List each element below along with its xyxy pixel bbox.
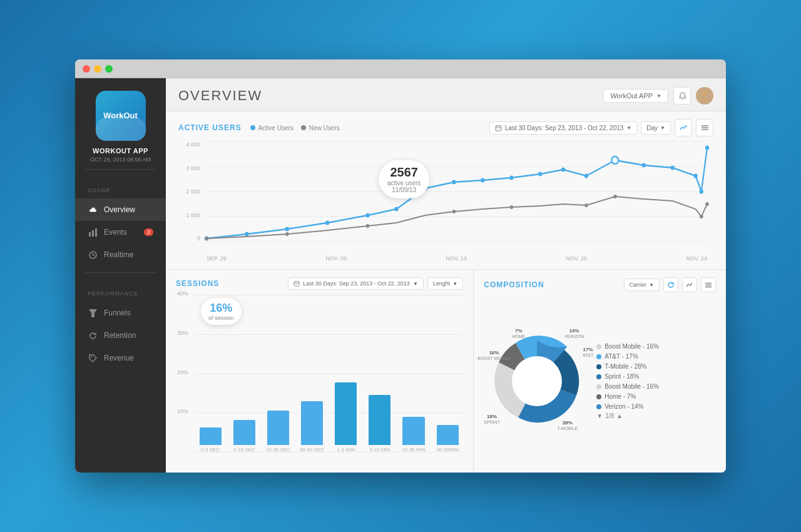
clock-icon <box>88 250 98 260</box>
notification-button[interactable] <box>673 87 691 105</box>
sessions-filter-label: Lenght <box>433 280 451 287</box>
donut-label-att: 17%AT&T <box>583 347 593 358</box>
sprint-dot <box>596 374 601 379</box>
legend-item-boost-mobile: Boost Mobile - 16% <box>596 343 716 350</box>
composition-trend-button[interactable] <box>682 277 697 292</box>
active-users-tooltip: 2567 active users 11/09/13 <box>379 160 429 198</box>
chart-type-button[interactable] <box>675 119 692 136</box>
bar-y-40: 40% <box>177 290 188 297</box>
bar-30-60min: 30-60MIN <box>432 425 463 453</box>
app-window: WorkOut WORKOUT APP OCT 29, 2013 08:56 A… <box>75 59 726 473</box>
app-date: OCT 29, 2013 08:56 AM <box>90 156 151 163</box>
pagination-text: 1/8 <box>605 412 614 419</box>
sidebar-item-overview[interactable]: Overview <box>75 198 166 221</box>
active-users-chart <box>207 141 707 242</box>
tmobile-dot <box>596 364 601 369</box>
close-button[interactable] <box>83 65 90 73</box>
svg-point-37 <box>642 163 646 168</box>
svg-point-8 <box>91 356 92 357</box>
app-logo: WorkOut <box>96 91 146 141</box>
refresh-icon <box>667 281 675 289</box>
sessions-filter[interactable]: Lenght ▼ <box>427 277 463 290</box>
sessions-panel: SESSIONS Last 30 Days: Sep 2 <box>166 270 474 473</box>
legend-active-users: Active Users <box>250 125 293 131</box>
user-avatar[interactable] <box>696 87 713 105</box>
legend-item-tmobile: T-Mobile - 28% <box>596 363 716 370</box>
att-dot <box>596 354 601 359</box>
retention-label: Retention <box>104 331 136 340</box>
sessions-date-range[interactable]: Last 30 Days: Sep 23, 2013 - Oct 22, 201… <box>288 277 424 290</box>
events-badge: 2 <box>144 228 153 236</box>
y-label-0: 0 <box>197 235 200 242</box>
bar-label-0-3sec: 0-3 SEC <box>201 447 220 453</box>
svg-point-46 <box>510 205 514 209</box>
minimize-button[interactable] <box>94 65 101 73</box>
bar-y-10: 10% <box>177 408 188 414</box>
chevron-down-icon-period: ▼ <box>660 125 665 131</box>
legend-new-users: New Users <box>301 125 340 131</box>
bar-value-10-30min <box>402 417 424 445</box>
app-selector[interactable]: WorkOut APP ▼ <box>603 89 668 103</box>
funnel-icon <box>88 308 98 318</box>
donut-area: 28%T-MOBILE 18%SPRINT 16%BOOST MOBILE 7%… <box>484 297 716 465</box>
sidebar-item-funnels[interactable]: Funnels <box>75 302 166 324</box>
menu-button[interactable] <box>696 119 713 136</box>
composition-carrier-filter[interactable]: Carrier ▼ <box>624 279 660 291</box>
svg-point-47 <box>584 203 588 207</box>
bottom-panels: SESSIONS Last 30 Days: Sep 2 <box>166 270 726 473</box>
legend-item-home: Home - 7% <box>596 393 716 400</box>
composition-refresh-button[interactable] <box>663 277 678 292</box>
svg-point-25 <box>285 227 289 232</box>
att-label: AT&T - 17% <box>605 353 638 360</box>
carrier-filter-label: Carrier <box>630 282 647 288</box>
bar-value-1-3min <box>335 382 357 445</box>
sidebar-item-events[interactable]: Events 2 <box>75 221 166 243</box>
bar-10-30min: 10-30 MIN <box>398 417 429 453</box>
tooltip-value: 2567 <box>387 165 421 180</box>
sidebar-item-realtime[interactable]: Realtime <box>75 243 166 266</box>
composition-menu-button[interactable] <box>701 277 716 292</box>
svg-point-50 <box>705 202 709 206</box>
svg-point-39 <box>693 174 697 178</box>
chevron-sessions-filter: ▼ <box>452 281 457 287</box>
legend-item-boost2: Boost Mobile - 16% <box>596 383 716 390</box>
trend-icon <box>680 125 688 131</box>
period-label: Day <box>646 125 658 131</box>
sidebar-item-retention[interactable]: Retention <box>75 324 166 347</box>
svg-point-33 <box>538 172 542 176</box>
bar-3-10min: 3-10 MIN <box>364 395 395 453</box>
sprint-label: Sprint - 18% <box>605 373 639 380</box>
chevron-right-icon[interactable]: ▲ <box>616 412 623 419</box>
tag-icon <box>88 353 98 363</box>
donut-chart: 28%T-MOBILE 18%SPRINT 16%BOOST MOBILE 7%… <box>484 328 590 434</box>
active-users-dot <box>250 125 255 130</box>
svg-point-24 <box>245 232 248 237</box>
svg-point-36 <box>611 156 618 164</box>
verizon-dot <box>596 404 601 409</box>
pagination-row: ▼ 1/8 ▲ <box>596 412 716 419</box>
chevron-left-icon[interactable]: ▼ <box>596 412 603 419</box>
boost-mobile-label: Boost Mobile - 16% <box>605 343 659 350</box>
bar-chart-icon <box>88 227 98 237</box>
svg-point-31 <box>481 178 484 183</box>
bar-1-3min: 1-3 MIN <box>330 382 362 453</box>
app-selector-label: WorkOut APP <box>610 92 653 100</box>
svg-point-10 <box>702 91 707 96</box>
bar-value-10-30sec <box>267 411 289 445</box>
active-users-header: ACTIVE USERS Active Users New Users <box>178 119 713 136</box>
chevron-down-icon: ▼ <box>656 93 661 99</box>
bar-10-30sec: 10-30 SEC <box>262 411 293 453</box>
svg-point-35 <box>584 174 588 178</box>
fullscreen-button[interactable] <box>105 65 113 73</box>
x-label-nov20: NOV. 20 <box>566 255 587 262</box>
boost2-label: Boost Mobile - 16% <box>605 383 659 390</box>
trend-chart-icon <box>686 282 693 288</box>
svg-point-30 <box>452 180 456 185</box>
date-range-button[interactable]: Last 30 Days: Sep 23, 2013 - Oct 22, 201… <box>489 121 638 135</box>
bar-value-3-10min <box>369 395 390 445</box>
sidebar-item-revenue[interactable]: Revenue <box>75 347 166 369</box>
date-range-text: Last 30 Days: Sep 23, 2013 - Oct 22, 201… <box>505 125 624 131</box>
bar-30-60sec: 30-60 SEC <box>296 401 327 453</box>
period-selector[interactable]: Day ▼ <box>641 121 671 135</box>
bar-value-0-3sec <box>200 427 222 445</box>
